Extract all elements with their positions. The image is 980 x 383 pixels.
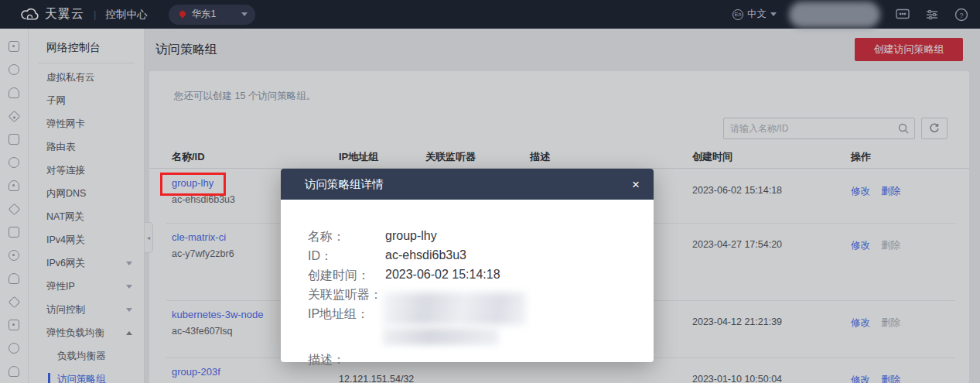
modal-header: 访问策略组详情 × [281,169,654,200]
detail-field-label: 名称： [308,229,345,245]
modal-title: 访问策略组详情 [305,177,384,192]
detail-field-label: 描述： [308,352,345,368]
policy-group-detail-modal: 访问策略组详情 × 名称：group-lhyID：ac-ehsdi6b3u3创建… [281,169,654,362]
detail-field-label: ID： [308,248,333,265]
detail-field-label: IP地址组： [308,306,369,323]
redacted-ip-value [383,292,526,325]
close-icon[interactable]: × [632,178,640,191]
detail-field-value: group-lhy [385,229,437,243]
red-highlight-annotation [160,173,226,196]
detail-field-value: ac-ehsdi6b3u3 [385,248,466,262]
detail-field-label: 关联监听器： [308,287,382,303]
detail-field-value: 2023-06-02 15:14:18 [385,268,500,282]
detail-field-label: 创建时间： [308,268,370,284]
redacted-ip-value [383,328,499,345]
